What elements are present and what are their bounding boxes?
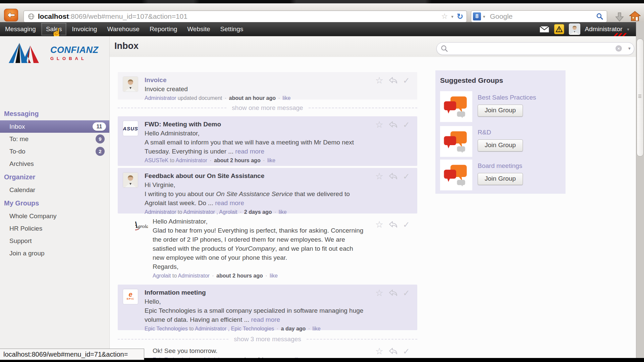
join-group-button[interactable]: Join Group — [478, 105, 523, 117]
star-icon[interactable]: ☆ — [375, 289, 383, 298]
sidebar-item-label: Support — [9, 237, 32, 244]
menu-invoicing[interactable]: Invoicing — [67, 22, 102, 36]
recipient-link[interactable]: Administrator — [176, 158, 207, 163]
sidebar-item-archives[interactable]: Archives — [0, 158, 109, 170]
inbox-count-badge: 11 — [93, 122, 106, 131]
reply-icon[interactable] — [389, 120, 397, 128]
mark-done-icon[interactable]: ✓ — [403, 347, 410, 356]
reply-icon[interactable] — [389, 172, 397, 180]
search-bar[interactable]: × ▾ — [436, 42, 634, 55]
sidebar-item-hr-policies[interactable]: HR Policies — [0, 222, 109, 235]
message-feedback[interactable]: Feedback about our On Site Assistance Hi… — [118, 168, 417, 214]
scrollbar-thumb[interactable] — [637, 39, 644, 157]
author-link[interactable]: ASUSTeK — [145, 158, 168, 163]
like-link[interactable]: like — [282, 95, 290, 101]
group-bubbles-icon — [440, 160, 472, 190]
reload-icon[interactable]: ↻ — [457, 12, 463, 21]
join-group-button[interactable]: Join Group — [478, 139, 523, 152]
author-link[interactable]: Agrolait — [153, 273, 171, 279]
sidebar-menu: Messaging Inbox 11 To: me 9 To-do 2 Arch… — [0, 107, 109, 259]
star-icon[interactable]: ☆ — [375, 220, 383, 229]
read-more-link[interactable]: read more — [215, 199, 244, 206]
messages-envelope-icon[interactable] — [539, 26, 549, 33]
reply-icon[interactable] — [389, 347, 397, 355]
like-link[interactable]: like — [267, 158, 275, 163]
search-go-icon[interactable] — [596, 13, 603, 20]
scrollbar-grip — [638, 95, 641, 95]
url-bar[interactable]: localhost:8069/web#menu_id=107&action=10… — [23, 10, 467, 22]
sidebar-item-calendar[interactable]: Calendar — [0, 184, 109, 196]
sidebar-item-to-do[interactable]: To-do 2 — [0, 145, 109, 158]
mark-done-icon[interactable]: ✓ — [403, 120, 410, 129]
message-invoice[interactable]: Invoice Invoice created Administrator up… — [118, 72, 417, 100]
avatar-person — [123, 77, 138, 92]
search-clear-icon[interactable]: × — [615, 45, 622, 52]
sidebar-item-label: To: me — [9, 135, 29, 142]
sidebar-item-support[interactable]: Support — [0, 235, 109, 247]
browser-search-box[interactable]: 8 ▾ Google — [471, 10, 607, 22]
user-avatar[interactable] — [569, 23, 580, 35]
recipient-link[interactable]: Administrator — [178, 273, 210, 279]
recipient-link[interactable]: Administrator , Agrolait — [183, 209, 237, 215]
recipient-link[interactable]: Administrator , Epic Technologies — [195, 326, 274, 331]
search-engine-caret-icon[interactable]: ▾ — [483, 14, 485, 19]
message-title[interactable]: Invoice — [145, 75, 367, 84]
author-link[interactable]: Administrator — [145, 95, 176, 101]
user-menu-caret-icon[interactable]: ▾ — [627, 27, 629, 32]
main-header: Inbox × ▾ — [110, 36, 636, 57]
menu-messaging[interactable]: Messaging — [0, 22, 41, 36]
message-fwd-meeting[interactable]: ASUS FWD: Meeting with Demo Hello Admini… — [118, 116, 417, 166]
brand-mountains-icon — [7, 40, 47, 66]
reply-icon[interactable] — [389, 220, 397, 228]
bookmark-caret-icon[interactable]: ▾ — [451, 14, 453, 19]
like-link[interactable]: like — [279, 209, 287, 215]
star-icon[interactable]: ☆ — [375, 76, 383, 85]
mark-done-icon[interactable]: ✓ — [403, 220, 410, 229]
star-icon[interactable]: ☆ — [375, 347, 383, 356]
reply-icon[interactable] — [389, 289, 397, 297]
menu-settings[interactable]: Settings — [215, 22, 249, 36]
sidebar-item-to-me[interactable]: To: me 9 — [0, 133, 109, 145]
star-icon[interactable]: ☆ — [375, 172, 383, 181]
avatar-epic: eEPIC — [123, 289, 138, 304]
message-actions: ☆ ✓ — [375, 347, 410, 356]
search-options-caret-icon[interactable]: ▾ — [628, 46, 631, 51]
screen: localhost:8069/web#menu_id=107&action=10… — [0, 0, 644, 362]
globe-icon — [28, 13, 35, 20]
sidebar-item-join-a-group[interactable]: Join a group — [0, 247, 109, 259]
like-link[interactable]: like — [270, 273, 278, 279]
message-agrolait-reply[interactable]: Agrolait Hello Administrator, Glad to he… — [118, 216, 417, 283]
suggested-groups-panel: Suggested Groups Best Sales Practices Jo… — [435, 70, 566, 194]
sidebar-item-whole-company[interactable]: Whole Company — [0, 210, 109, 222]
author-link[interactable]: Administrator — [145, 209, 176, 215]
menu-reporting[interactable]: Reporting — [145, 22, 182, 36]
suggested-groups-title: Suggested Groups — [440, 76, 503, 84]
like-link[interactable]: like — [313, 326, 321, 331]
message-actions: ☆ ✓ — [375, 76, 410, 85]
mark-done-icon[interactable]: ✓ — [403, 289, 410, 298]
read-more-link[interactable]: read more — [235, 148, 264, 155]
download-icon[interactable] — [614, 12, 625, 22]
user-name[interactable]: Administrator — [585, 25, 623, 33]
home-icon[interactable] — [629, 11, 641, 21]
suggested-group-item: Board meetings Join Group — [440, 160, 561, 192]
author-link[interactable]: Epic Technologies — [145, 326, 188, 331]
message-information-meeting[interactable]: eEPIC Information meeting Hello, Epic Te… — [118, 285, 417, 330]
mark-done-icon[interactable]: ✓ — [403, 76, 410, 85]
reply-icon[interactable] — [389, 76, 397, 84]
bookmark-star-icon[interactable]: ☆ — [441, 12, 448, 21]
sidebar-item-label: HR Policies — [9, 225, 42, 232]
show-more-divider[interactable]: show one more message — [118, 104, 417, 112]
menu-website[interactable]: Website — [182, 22, 215, 36]
back-button[interactable] — [4, 9, 18, 21]
read-more-link[interactable]: read more — [251, 316, 280, 323]
section-title-organizer: Organizer — [0, 170, 109, 184]
mark-done-icon[interactable]: ✓ — [403, 172, 410, 181]
star-icon[interactable]: ☆ — [375, 120, 383, 129]
show-more-divider[interactable]: show 3 more messages — [118, 336, 417, 343]
warning-icon[interactable] — [554, 24, 564, 34]
join-group-button[interactable]: Join Group — [478, 173, 523, 185]
menu-warehouse[interactable]: Warehouse — [102, 22, 144, 36]
search-input[interactable] — [451, 44, 610, 53]
sidebar-item-inbox[interactable]: Inbox 11 — [0, 120, 109, 133]
